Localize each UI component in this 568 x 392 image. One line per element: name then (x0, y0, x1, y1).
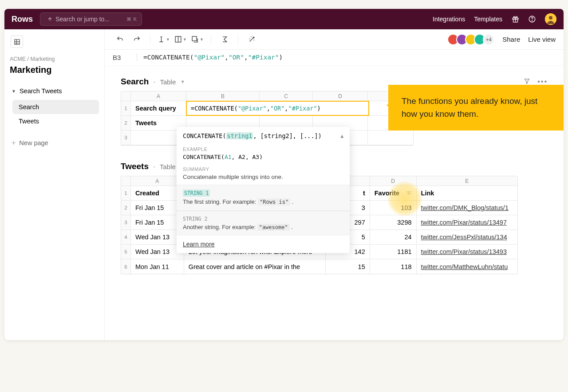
cell-created[interactable]: Mon Jan 11 (131, 259, 184, 274)
ac-param-2: STRING 2 Another string. For example: "a… (177, 211, 350, 235)
formula-autocomplete: CONCATENATE(string1, [string2], [...]) ▲… (177, 127, 350, 253)
row-num[interactable]: 1 (121, 101, 131, 115)
filter-icon (406, 190, 412, 196)
cell-link[interactable]: twitter.com/MatthewLuhn/statu (417, 259, 517, 274)
live-view-button[interactable]: Live view (528, 36, 556, 43)
ac-summary-label: SUMMARY (183, 166, 343, 172)
formula-bar: B3 =CONCATENATE("@Pixar","OR","#Pixar") (105, 50, 564, 66)
nav-sublist: Search Tweets (12, 100, 99, 128)
toolbar-right: +4 Share Live view (447, 34, 556, 45)
cell-b1-editing[interactable]: =CONCATENATE("@Pixar","OR","#Pixar") (186, 101, 369, 115)
integrations-link[interactable]: Integrations (433, 16, 465, 23)
new-page-label: New page (19, 139, 48, 147)
chevron-down-icon: ▼ (180, 79, 185, 84)
header-favorite[interactable]: Favorite (370, 186, 417, 200)
sheet-icon[interactable] (11, 36, 23, 48)
separator (150, 35, 150, 44)
cell-created[interactable]: Fri Jan 15 (131, 215, 184, 230)
text-format-button[interactable]: ▼ (157, 32, 171, 47)
cell-a1[interactable]: Search query (131, 101, 186, 115)
topbar-right: Integrations Templates (433, 13, 556, 25)
col-header-e[interactable]: E (417, 176, 517, 186)
row-num[interactable]: 3 (121, 215, 131, 230)
sheet-area: The functions you already know, just how… (105, 66, 564, 292)
templates-link[interactable]: Templates (474, 16, 502, 23)
cell-fav[interactable]: 1181 (370, 245, 417, 259)
avatar-more: +4 (483, 34, 494, 45)
new-page-button[interactable]: + New page (10, 136, 99, 150)
col-header-a[interactable]: A (131, 176, 184, 186)
cell-fav[interactable]: 103 (370, 201, 417, 215)
share-button[interactable]: Share (502, 36, 520, 43)
search-kbd: ⌘ K (126, 16, 137, 22)
cell-reference[interactable]: B3 (113, 54, 130, 61)
caret-up-icon[interactable]: ▲ (340, 133, 343, 139)
gift-icon[interactable] (511, 15, 519, 23)
cell-text[interactable]: Great cover and article on #Pixar in the (184, 259, 326, 274)
cell-created[interactable]: Fri Jan 15 (131, 201, 184, 215)
ac-summary: Concatenate multiple strings into one. (183, 174, 343, 180)
main-area: ACME / Marketing Marketing ▼ Search Twee… (4, 29, 564, 340)
ac-example: CONCATENATE(A1, A2, A3) (183, 154, 343, 160)
toolbar: ▼ ▼ ▼ +4 Share Live view (105, 29, 564, 50)
row-num[interactable]: 3 (121, 131, 131, 145)
plus-icon: + (12, 139, 16, 147)
cell[interactable] (368, 131, 413, 145)
search-grid[interactable]: A B C D 1 Search query =CONCATENATE("@Pi… (121, 91, 414, 146)
search-view-mode[interactable]: Table (160, 78, 176, 86)
tweets-section-title: Tweets (121, 162, 149, 171)
cell-link[interactable]: twitter.com/Pixar/status/13493 (417, 245, 517, 259)
magic-button[interactable] (245, 32, 259, 47)
ac-example-label: EXAMPLE (183, 147, 343, 152)
help-icon[interactable] (528, 15, 536, 23)
cell-link[interactable]: twitter.com/JessPxl/status/134 (417, 230, 517, 244)
nav-item-search[interactable]: Search (12, 100, 99, 114)
undo-button[interactable] (113, 32, 127, 47)
nav-group-search-tweets[interactable]: ▼ Search Tweets (10, 85, 99, 97)
global-search[interactable]: Search or jump to... ⌘ K (40, 12, 142, 26)
search-placeholder: Search or jump to... (55, 16, 126, 23)
svg-point-4 (532, 20, 532, 21)
cell-link[interactable]: twitter.com/DMK_Blog/status/1 (417, 201, 517, 215)
content: ▼ ▼ ▼ +4 Share Live view (105, 29, 564, 340)
corner-cell (121, 176, 131, 186)
sum-button[interactable] (217, 32, 232, 47)
ac-param-1: STRING 1 The first string. For example: … (177, 185, 350, 211)
breadcrumb[interactable]: ACME / Marketing (10, 56, 99, 62)
header-link[interactable]: Link (417, 186, 517, 200)
sidebar: ACME / Marketing Marketing ▼ Search Twee… (4, 29, 105, 340)
page-title: Marketing (10, 65, 99, 75)
corner-cell (121, 91, 131, 101)
cell-link[interactable]: twitter.com/Pixar/status/13497 (417, 215, 517, 230)
header-created[interactable]: Created (131, 186, 184, 200)
row-num[interactable]: 5 (121, 245, 131, 259)
row-num[interactable]: 6 (121, 259, 131, 274)
col-header-a[interactable]: A (131, 91, 186, 101)
col-header-b[interactable]: B (186, 91, 260, 101)
user-avatar[interactable] (545, 13, 556, 25)
redo-button[interactable] (130, 32, 144, 47)
col-header-d[interactable]: D (370, 176, 417, 186)
insert-button[interactable]: ▼ (190, 32, 205, 47)
row-num[interactable]: 2 (121, 116, 131, 130)
nav-item-tweets[interactable]: Tweets (12, 114, 99, 128)
cell-fav[interactable]: 118 (370, 259, 417, 274)
row-num[interactable]: 4 (121, 230, 131, 244)
separator (238, 35, 238, 44)
cell-fav[interactable]: 3298 (370, 215, 417, 230)
presence-avatars[interactable]: +4 (447, 34, 494, 45)
tweets-view-mode[interactable]: Table (160, 163, 176, 170)
row-num[interactable]: 2 (121, 201, 131, 215)
learn-more-link[interactable]: Learn more (177, 235, 350, 253)
layout-button[interactable]: ▼ (174, 32, 188, 47)
separator (137, 53, 137, 61)
col-header-d[interactable]: D (313, 91, 368, 101)
cell-created[interactable]: Wed Jan 13 (131, 245, 184, 259)
cell-created[interactable]: Wed Jan 13 (131, 230, 184, 244)
col-header-c[interactable]: C (260, 91, 313, 101)
row-num[interactable]: 1 (121, 186, 131, 200)
app-window: Rows Search or jump to... ⌘ K Integratio… (4, 9, 564, 340)
cell-rt[interactable]: 15 (326, 259, 370, 274)
cell-fav[interactable]: 24 (370, 230, 417, 244)
formula-input[interactable]: =CONCATENATE("@Pixar","OR","#Pixar") (143, 54, 283, 61)
